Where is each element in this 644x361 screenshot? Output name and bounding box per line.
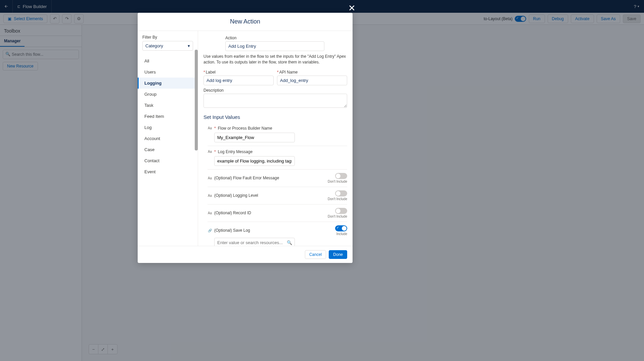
category-item-contact[interactable]: Contact — [138, 155, 198, 166]
category-item-log[interactable]: Log — [138, 122, 198, 133]
input-row-flow-name: Aa*Flow or Process Builder Name — [208, 123, 347, 146]
input-row-save-log: 🔗(Optional) Save Log ✓ Include 🔍 — [208, 222, 347, 246]
close-icon: ✕ — [348, 3, 356, 13]
filter-by-label: Filter By — [142, 35, 193, 40]
text-type-icon: Aa — [208, 194, 212, 197]
fault-include-label: Don't Include — [328, 180, 347, 183]
done-button[interactable]: Done — [329, 250, 347, 259]
category-item-feed-item[interactable]: Feed Item — [138, 111, 198, 122]
set-input-values-header: Set Input Values — [203, 114, 347, 120]
category-item-account[interactable]: Account — [138, 133, 198, 144]
modal-footer: Cancel Done — [138, 246, 353, 263]
record-id-include-label: Don't Include — [328, 215, 347, 218]
input-row-record-id: Aa(Optional) Record ID Don't Include — [208, 204, 347, 222]
filter-panel: Filter By Category ▾ AllUsersLoggingGrou… — [138, 31, 198, 246]
api-name-field-label: *API Name — [277, 70, 347, 75]
check-icon: ✓ — [336, 226, 339, 229]
modal-title: New Action — [138, 13, 353, 31]
save-log-include-label: Include — [336, 232, 347, 236]
chevron-down-icon: ▾ — [188, 43, 190, 48]
description-textarea[interactable] — [203, 94, 347, 108]
category-item-task[interactable]: Task — [138, 100, 198, 111]
level-include-toggle[interactable] — [335, 190, 347, 196]
scrollbar[interactable] — [195, 50, 198, 150]
log-message-input[interactable] — [214, 156, 295, 166]
input-row-fault-message: Aa(Optional) Flow Fault Error Message Do… — [208, 169, 347, 187]
action-input[interactable] — [225, 41, 324, 51]
flow-name-input[interactable] — [214, 133, 295, 142]
label-field-label: *Label — [203, 70, 274, 75]
api-name-input[interactable] — [277, 76, 347, 85]
category-item-event[interactable]: Event — [138, 166, 198, 177]
record-id-include-toggle[interactable] — [335, 208, 347, 214]
filter-category-select[interactable]: Category ▾ — [142, 41, 193, 51]
new-action-modal: New Action Filter By Category ▾ AllUsers… — [138, 13, 353, 263]
level-include-label: Don't Include — [328, 197, 347, 201]
action-field-label: Action — [225, 36, 347, 40]
action-form: Action Use values from earlier in the fl… — [198, 31, 353, 246]
description-field-label: Description — [203, 88, 347, 93]
text-type-icon: Aa — [208, 126, 212, 130]
action-description-text: Use values from earlier in the flow to s… — [203, 54, 347, 65]
label-input[interactable] — [203, 76, 274, 85]
category-item-group[interactable]: Group — [138, 89, 198, 100]
save-log-include-toggle[interactable]: ✓ — [335, 225, 347, 231]
search-icon[interactable]: 🔍 — [287, 240, 292, 245]
text-type-icon: Aa — [208, 150, 212, 153]
category-item-users[interactable]: Users — [138, 66, 198, 78]
input-row-logging-level: Aa(Optional) Logging Level Don't Include — [208, 187, 347, 204]
fault-include-toggle[interactable] — [335, 173, 347, 179]
category-item-case[interactable]: Case — [138, 144, 198, 155]
modal-close-button[interactable]: ✕ — [346, 2, 358, 14]
input-row-log-message: Aa*Log Entry Message — [208, 146, 347, 169]
cancel-button[interactable]: Cancel — [305, 250, 326, 259]
category-item-all[interactable]: All — [138, 55, 198, 66]
category-list: AllUsersLoggingGroupTaskFeed ItemLogAcco… — [138, 55, 198, 177]
category-item-logging[interactable]: Logging — [138, 78, 198, 89]
text-type-icon: Aa — [208, 176, 212, 180]
text-type-icon: Aa — [208, 211, 212, 215]
save-log-input[interactable] — [214, 238, 295, 246]
link-type-icon: 🔗 — [208, 229, 212, 232]
